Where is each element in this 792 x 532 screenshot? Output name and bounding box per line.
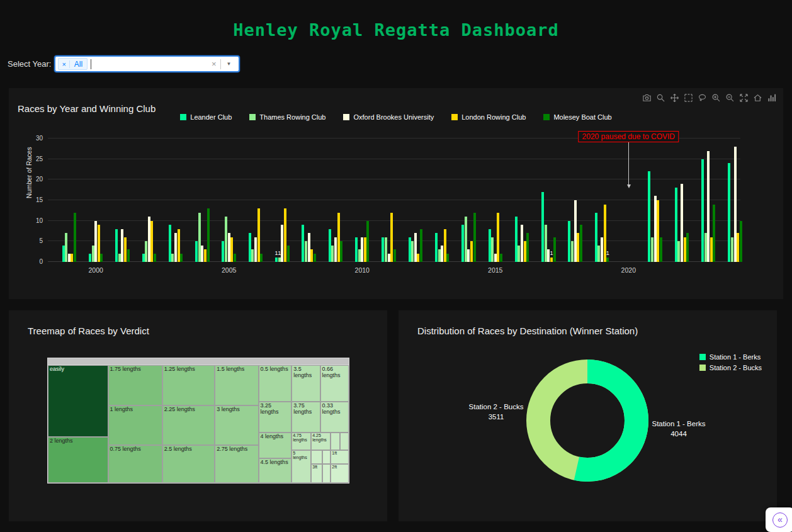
bar[interactable]: [441, 246, 443, 262]
bar[interactable]: [420, 229, 422, 262]
bar[interactable]: [71, 254, 73, 262]
bar[interactable]: [150, 221, 153, 262]
bar[interactable]: [524, 241, 526, 262]
bar[interactable]: [358, 249, 361, 262]
bar[interactable]: [281, 225, 283, 262]
treemap-cell[interactable]: 4.25 lengths: [311, 433, 331, 450]
bar[interactable]: [545, 225, 547, 262]
bar[interactable]: [648, 171, 650, 262]
bar[interactable]: [62, 246, 65, 262]
dash-debug-menu-button[interactable]: «: [766, 507, 792, 532]
zoom-icon[interactable]: [655, 92, 666, 103]
bar[interactable]: [473, 213, 476, 262]
bar[interactable]: [180, 254, 183, 262]
bar[interactable]: [314, 254, 316, 262]
bar[interactable]: [204, 249, 206, 262]
treemap-cell[interactable]: 3 lengths: [215, 405, 258, 446]
bar[interactable]: [465, 217, 467, 262]
bar[interactable]: [178, 229, 180, 262]
bar[interactable]: [491, 237, 494, 262]
bar[interactable]: [571, 241, 574, 262]
bar[interactable]: [355, 237, 358, 262]
bar[interactable]: [388, 254, 390, 262]
bar[interactable]: [515, 217, 518, 262]
bar[interactable]: [100, 254, 103, 262]
treemap-cell[interactable]: 1.5 lengths: [215, 365, 258, 405]
treemap-cell[interactable]: 3.75 lengths: [291, 402, 320, 433]
bar[interactable]: [308, 233, 310, 262]
bar[interactable]: [234, 254, 236, 262]
legend-item[interactable]: Station 2 - Bucks: [699, 364, 762, 371]
bar[interactable]: [207, 208, 210, 262]
bar[interactable]: [606, 258, 609, 262]
bar[interactable]: [198, 213, 201, 262]
legend-item[interactable]: Molesey Boat Club: [543, 113, 611, 121]
bar[interactable]: [526, 233, 529, 262]
bar[interactable]: [701, 159, 704, 262]
bar[interactable]: [568, 221, 570, 262]
bar[interactable]: [287, 246, 290, 262]
bar[interactable]: [171, 254, 174, 262]
legend-item[interactable]: Leander Club: [180, 113, 232, 121]
bar[interactable]: [574, 200, 577, 262]
bar[interactable]: [518, 246, 520, 262]
bar[interactable]: [681, 184, 683, 262]
treemap-cell[interactable]: 3.5 lengths: [291, 365, 320, 402]
bar[interactable]: [461, 225, 464, 262]
bar[interactable]: [444, 229, 446, 262]
treemap-cell[interactable]: 1 lengths: [108, 405, 162, 446]
bar[interactable]: [310, 249, 313, 262]
bar[interactable]: [675, 188, 677, 262]
treemap-pathbar[interactable]: [48, 358, 349, 365]
bar[interactable]: [385, 237, 387, 262]
bar[interactable]: [497, 213, 499, 262]
bar[interactable]: [677, 241, 680, 262]
treemap-cell[interactable]: 5 lengths: [291, 450, 311, 483]
bar[interactable]: [657, 200, 659, 262]
bar[interactable]: [541, 192, 544, 262]
bar[interactable]: [228, 233, 230, 262]
bar[interactable]: [734, 147, 737, 262]
bar[interactable]: [411, 241, 414, 262]
bar[interactable]: [553, 237, 556, 262]
bar[interactable]: [127, 249, 130, 262]
bar[interactable]: [710, 237, 713, 262]
bar[interactable]: [284, 208, 286, 262]
bar[interactable]: [651, 237, 653, 262]
bar[interactable]: [550, 258, 553, 262]
bar[interactable]: [275, 258, 278, 262]
bar[interactable]: [115, 229, 118, 262]
bar[interactable]: [364, 237, 366, 262]
treemap-cell[interactable]: 3ft: [311, 464, 322, 483]
bar[interactable]: [382, 237, 384, 262]
bar[interactable]: [417, 254, 419, 262]
bar[interactable]: [222, 241, 224, 262]
bar[interactable]: [707, 151, 710, 262]
bar[interactable]: [595, 213, 597, 262]
bar[interactable]: [142, 254, 145, 262]
reset-axes-icon[interactable]: [752, 92, 763, 103]
bar[interactable]: [124, 237, 127, 262]
bar[interactable]: [148, 217, 150, 262]
bar[interactable]: [201, 246, 203, 262]
bar[interactable]: [331, 246, 334, 262]
bar[interactable]: [597, 246, 600, 262]
bar[interactable]: [230, 237, 233, 262]
bar[interactable]: [435, 233, 438, 262]
treemap-cell[interactable]: 4.5 lengths: [259, 458, 292, 483]
legend-item[interactable]: Oxford Brookes University: [343, 113, 434, 121]
bar[interactable]: [361, 237, 363, 262]
selected-year-chip[interactable]: × All: [58, 58, 88, 70]
bar[interactable]: [260, 254, 263, 262]
bar[interactable]: [660, 237, 662, 262]
treemap-cell[interactable]: 3.25 lengths: [259, 402, 292, 433]
camera-icon[interactable]: [641, 92, 652, 103]
treemap-cell[interactable]: [311, 450, 322, 464]
dropdown-caret-icon[interactable]: ▼: [221, 61, 236, 67]
treemap-cell[interactable]: 1ft: [331, 450, 349, 464]
bar[interactable]: [257, 208, 260, 262]
bar[interactable]: [438, 249, 441, 262]
treemap-cell[interactable]: 4.75 lengths: [291, 433, 311, 450]
year-dropdown[interactable]: × All × ▼: [54, 55, 240, 72]
plotly-logo-icon[interactable]: [766, 92, 777, 103]
